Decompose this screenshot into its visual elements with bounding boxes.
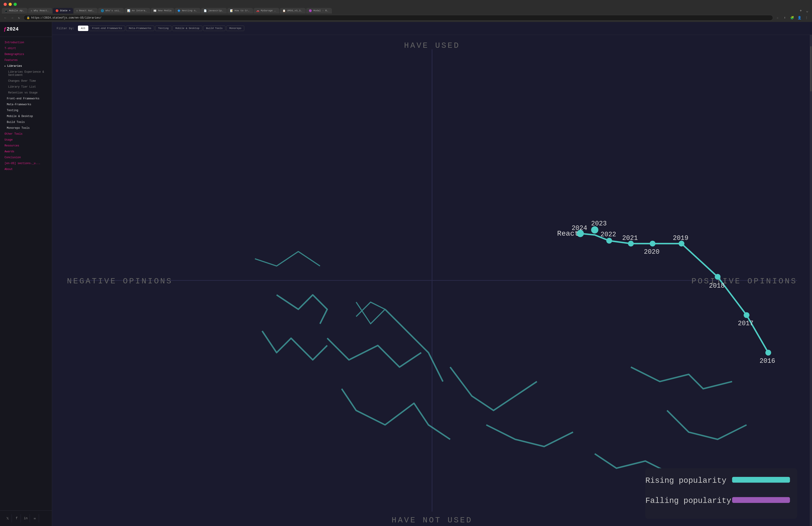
svg-point-15	[650, 241, 656, 246]
sidebar-item-introduction[interactable]: Introduction	[0, 40, 52, 45]
svg-text:NEGATIVE OPINIONS: NEGATIVE OPINIONS	[67, 277, 173, 286]
download-button[interactable]: ⬇	[782, 15, 787, 20]
chart-area: HAVE USED HAVE NOT USED NEGATIVE OPINION…	[52, 35, 812, 526]
svg-text:2023: 2023	[591, 220, 607, 227]
reload-button[interactable]: ↻	[16, 15, 22, 20]
sidebar-item-about[interactable]: About	[0, 166, 52, 172]
svg-text:React: React	[557, 229, 579, 238]
twitter-link[interactable]: 𝕏	[4, 514, 12, 522]
svg-point-19	[606, 238, 612, 244]
scrollbar-thumb[interactable]	[810, 46, 812, 91]
sidebar-item-awards[interactable]: Awards	[0, 149, 52, 154]
sidebar-item-changes[interactable]: Changes Over Time	[0, 78, 52, 84]
sidebar-item-testing[interactable]: Testing	[0, 107, 52, 114]
tabs-bar: 📱Mobile Applic...⚛Why React N...🔴State ×…	[0, 8, 812, 14]
svg-text:Falling popularity: Falling popularity	[645, 496, 731, 506]
svg-text:2019: 2019	[673, 235, 688, 242]
extensions-button[interactable]: 🧩	[789, 15, 795, 20]
browser-tab-12[interactable]: 🟣Modal - R...	[306, 8, 332, 14]
filter-label: Filter by:	[57, 27, 74, 30]
sidebar-item-meta[interactable]: Meta-Frameworks	[0, 102, 52, 107]
sidebar: ƒ2024 IntroductionT-shirtDemographicsFea…	[0, 22, 52, 526]
sidebar-item-usage[interactable]: Usage	[0, 137, 52, 143]
sidebar-item-monorepo[interactable]: Monorepo Tools	[0, 125, 52, 131]
email-link[interactable]: ✉	[31, 514, 39, 522]
sidebar-item-other[interactable]: Other Tools	[0, 131, 52, 137]
filter-btn-0[interactable]: All	[78, 26, 88, 31]
sidebar-item-frontend[interactable]: Front-end Frameworks	[0, 96, 52, 102]
browser-tab-0[interactable]: 📱Mobile Applic...	[2, 8, 28, 14]
browser-tab-2[interactable]: 🔴State ×	[53, 8, 73, 14]
sidebar-item-sections[interactable]: [en-US] sections._u...	[0, 161, 52, 166]
svg-rect-27	[732, 477, 790, 483]
close-button[interactable]	[4, 3, 7, 6]
back-button[interactable]: ←	[3, 15, 8, 20]
filter-buttons: AllFront-end FrameworksMeta-FrameworksTe…	[78, 26, 244, 31]
maximize-button[interactable]	[14, 3, 17, 6]
sidebar-item-retention[interactable]: Retention vs Usage	[0, 90, 52, 96]
address-bar: ← → ↻ 🔒 https://2024.stateofjs.com/en-US…	[0, 14, 812, 22]
svg-point-7	[765, 350, 771, 356]
url-text: https://2024.stateofjs.com/en-US/librari…	[31, 16, 102, 19]
browser-tab-8[interactable]: 📄javascript - re...	[201, 8, 227, 14]
svg-text:2017: 2017	[738, 320, 754, 327]
browser-tab-4[interactable]: 🌐Who's using ...	[98, 8, 124, 14]
main-content: Filter by: AllFront-end FrameworksMeta-F…	[52, 22, 812, 526]
svg-text:HAVE USED: HAVE USED	[404, 41, 460, 50]
svg-text:2016: 2016	[760, 357, 775, 365]
sidebar-item-resources[interactable]: Resources	[0, 143, 52, 149]
menu-button[interactable]: ⋮	[804, 15, 809, 20]
filter-btn-4[interactable]: Mobile & Desktop	[172, 26, 202, 31]
social-links: 𝕏 f in ✉	[0, 510, 52, 526]
filter-btn-3[interactable]: Testing	[155, 26, 172, 31]
sidebar-item-demographics[interactable]: Demographics	[0, 51, 52, 57]
sidebar-item-build[interactable]: Build Tools	[0, 119, 52, 125]
svg-text:2020: 2020	[644, 248, 659, 256]
bookmark-button[interactable]: ☆	[775, 15, 780, 20]
sidebar-nav: IntroductionT-shirtDemographicsFeatures►…	[0, 37, 52, 510]
sidebar-item-mobile[interactable]: Mobile & Desktop	[0, 114, 52, 119]
profile-button[interactable]: 👤	[797, 15, 802, 20]
svg-text:POSITIVE OPINIONS: POSITIVE OPINIONS	[692, 277, 797, 286]
new-tab-button[interactable]: +	[798, 8, 803, 14]
linkedin-link[interactable]: in	[22, 514, 30, 522]
url-field[interactable]: 🔒 https://2024.stateofjs.com/en-US/libra…	[24, 15, 773, 20]
svg-rect-26	[645, 468, 797, 519]
svg-text:2018: 2018	[709, 282, 725, 290]
svg-text:2022: 2022	[600, 231, 616, 238]
browser-tab-7[interactable]: 🔷Nesting navi...	[175, 8, 201, 14]
sidebar-item-features[interactable]: Features	[0, 57, 52, 63]
svg-text:HAVE NOT USED: HAVE NOT USED	[392, 516, 473, 525]
site-logo[interactable]: ƒ2024	[0, 22, 52, 37]
minimize-button[interactable]	[9, 3, 12, 6]
browser-tab-3[interactable]: ⚛React Native ...	[74, 8, 98, 14]
sidebar-item-lib-exp[interactable]: Libraries Experience & Sentiment	[0, 69, 52, 78]
filter-btn-5[interactable]: Build Tools	[203, 26, 226, 31]
sidebar-item-conclusion[interactable]: Conclusion	[0, 154, 52, 161]
filter-btn-1[interactable]: Front-end Frameworks	[89, 26, 125, 31]
browser-tab-10[interactable]: 🚗MyGarage Fi...	[253, 8, 279, 14]
forward-button[interactable]: →	[10, 15, 15, 20]
browser-tab-1[interactable]: ⚛Why React N...	[28, 8, 52, 14]
sidebar-item-tshirt[interactable]: T-shirt	[0, 45, 52, 51]
filter-btn-2[interactable]: Meta-Frameworks	[126, 26, 154, 31]
legend: Rising popularity Falling popularity	[645, 468, 797, 519]
sidebar-item-libraries[interactable]: ► Libraries	[0, 63, 52, 69]
svg-point-11	[715, 274, 721, 280]
svg-text:Rising popularity: Rising popularity	[645, 476, 726, 485]
tabs-menu-button[interactable]: ⌄	[804, 8, 810, 13]
browser-tab-6[interactable]: 📰New Media	[151, 8, 174, 14]
browser-tab-9[interactable]: 📝How to Creat...	[227, 8, 253, 14]
svg-text:2021: 2021	[622, 235, 638, 242]
browser-tab-5[interactable]: 📊An Interactiv...	[125, 8, 150, 14]
facebook-link[interactable]: f	[13, 514, 21, 522]
vertical-scrollbar[interactable]	[810, 35, 812, 526]
filter-btn-6[interactable]: Monorepo	[226, 26, 244, 31]
browser-tab-11[interactable]: 📋UMSG_v3_3...	[280, 8, 306, 14]
filter-bar: Filter by: AllFront-end FrameworksMeta-F…	[52, 22, 812, 35]
svg-point-9	[743, 312, 750, 318]
sidebar-item-tier-list[interactable]: Library Tier List	[0, 84, 52, 90]
svg-rect-29	[732, 497, 790, 503]
